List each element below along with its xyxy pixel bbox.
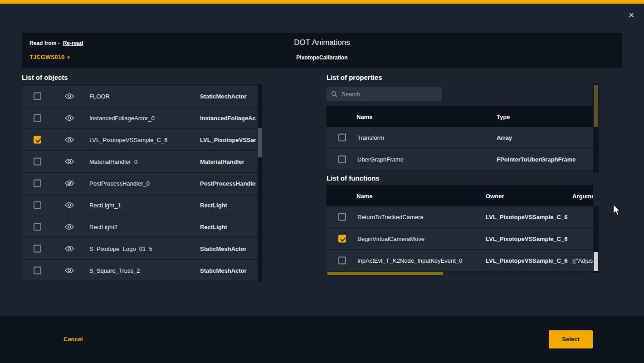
- function-owner-cell: LVL_PixotopeVSSample_C_6: [486, 214, 567, 221]
- properties-panel-title: List of properties: [327, 74, 382, 81]
- row-checkbox[interactable]: [34, 93, 41, 100]
- dialog-footer: Cancel Select: [0, 316, 644, 363]
- row-checkbox[interactable]: [34, 114, 41, 122]
- property-row[interactable]: UberGraphFrame FPointerToUberGraphFrame: [327, 149, 593, 171]
- property-row[interactable]: Transform Array: [327, 127, 593, 149]
- object-row[interactable]: PostProcessHandler_0 PostProcessHandler: [22, 173, 258, 195]
- function-name-cell: ReturnToTrackedCamera: [357, 214, 423, 221]
- functions-horizontal-scrollbar[interactable]: [327, 272, 590, 275]
- object-row[interactable]: S_Pixotope_Logo_01_5 StaticMeshActor: [22, 238, 258, 260]
- dialog-title: DOT Animations: [22, 38, 622, 47]
- properties-table-header: Name Type: [327, 106, 593, 127]
- eye-visible-icon[interactable]: [65, 93, 74, 100]
- object-name-cell: PostProcessHandler_0: [89, 180, 150, 187]
- object-type-cell: LVL_PixotopeVSSample_C: [200, 137, 256, 143]
- function-name-cell: InpActEvt_T_K2Node_InputKeyEvent_0: [357, 257, 462, 264]
- row-checkbox[interactable]: [338, 156, 346, 163]
- row-checkbox[interactable]: [338, 257, 346, 265]
- functions-scrollbar-thumb[interactable]: [594, 252, 598, 271]
- eye-visible-icon[interactable]: [65, 158, 74, 165]
- object-row[interactable]: RectLight2 RectLight: [22, 216, 258, 238]
- search-input[interactable]: [342, 91, 437, 98]
- function-row[interactable]: BeginVirtualCameraMove LVL_PixotopeVSSam…: [327, 228, 593, 250]
- row-checkbox[interactable]: [34, 180, 41, 187]
- object-type-cell: InstancedFoliageActor: [200, 115, 256, 122]
- object-type-cell: PostProcessHandler: [200, 180, 256, 187]
- column-header-owner: Owner: [486, 192, 504, 199]
- row-checkbox[interactable]: [34, 223, 41, 231]
- function-row[interactable]: ReturnToTrackedCamera LVL_PixotopeVSSamp…: [327, 206, 593, 228]
- eye-hidden-icon[interactable]: [65, 180, 74, 187]
- object-name-cell: InstancedFoliageActor_0: [89, 115, 155, 122]
- functions-table: Name Owner Arguments ReturnToTrackedCame…: [327, 185, 593, 272]
- functions-scrollbar[interactable]: [593, 206, 599, 273]
- function-owner-cell: LVL_PixotopeVSSample_C_6: [486, 257, 567, 264]
- object-row[interactable]: MaterialHandler_0 MaterialHandler: [22, 151, 258, 173]
- object-row[interactable]: LVL_PixotopeVSSample_C_6 LVL_PixotopeVSS…: [22, 129, 258, 151]
- properties-scrollbar[interactable]: [593, 83, 599, 172]
- dialog-subtitle: PixotopeCalibration: [22, 54, 622, 61]
- row-checkbox[interactable]: [338, 213, 346, 221]
- row-checkbox[interactable]: [34, 136, 41, 144]
- function-name-cell: BeginVirtualCameraMove: [357, 235, 424, 242]
- object-name-cell: RectLight2: [89, 224, 117, 231]
- functions-table-header: Name Owner Arguments: [327, 185, 593, 206]
- column-header-type: Type: [497, 113, 510, 120]
- column-header-arguments: Arguments: [572, 192, 593, 199]
- function-arguments-cell: [{"Adjus: [572, 257, 593, 264]
- object-name-cell: LVL_PixotopeVSSample_C_6: [89, 137, 168, 143]
- property-name-cell: Transform: [357, 134, 384, 141]
- row-checkbox[interactable]: [34, 245, 41, 253]
- object-type-cell: StaticMeshActor: [200, 267, 256, 274]
- functions-panel-title: List of functions: [327, 174, 380, 182]
- eye-visible-icon[interactable]: [65, 245, 74, 252]
- mouse-cursor: [613, 204, 621, 218]
- object-row[interactable]: InstancedFoliageActor_0 InstancedFoliage…: [22, 108, 258, 129]
- eye-visible-icon[interactable]: [65, 224, 74, 231]
- eye-visible-icon[interactable]: [65, 137, 74, 143]
- objects-scrollbar[interactable]: [258, 84, 262, 282]
- object-row[interactable]: RectLight_1 RectLight: [22, 195, 258, 216]
- close-icon[interactable]: ×: [626, 10, 637, 20]
- eye-visible-icon[interactable]: [65, 267, 74, 274]
- objects-table: FLOOR StaticMeshActor InstancedFoliageAc…: [22, 84, 262, 282]
- eye-visible-icon[interactable]: [65, 115, 74, 122]
- objects-panel-title: List of objects: [22, 74, 68, 81]
- properties-table-body: Transform Array UberGraphFrame FPointerT…: [327, 127, 593, 171]
- dot-animations-dialog: × Read from -Re-read TJCGWS010▾ DOT Anim…: [0, 0, 644, 363]
- object-row[interactable]: S_Square_Truss_2 StaticMeshActor: [22, 260, 258, 282]
- search-icon: [331, 91, 338, 98]
- select-button[interactable]: Select: [549, 330, 593, 348]
- object-type-cell: StaticMeshActor: [200, 93, 256, 100]
- column-header-name: Name: [356, 113, 372, 120]
- properties-table: Name Type Transform Array UberGraphFrame…: [327, 106, 593, 171]
- object-name-cell: S_Pixotope_Logo_01_5: [89, 245, 152, 252]
- row-checkbox[interactable]: [338, 134, 346, 142]
- row-checkbox[interactable]: [338, 235, 346, 243]
- property-type-cell: FPointerToUberGraphFrame: [497, 156, 576, 163]
- functions-table-body: ReturnToTrackedCamera LVL_PixotopeVSSamp…: [327, 206, 593, 272]
- dialog-header: Read from -Re-read TJCGWS010▾ DOT Animat…: [22, 33, 622, 68]
- search-box[interactable]: [327, 87, 442, 101]
- column-header-name: Name: [356, 192, 372, 199]
- object-name-cell: FLOOR: [89, 93, 110, 100]
- object-type-cell: RectLight: [200, 202, 256, 209]
- object-type-cell: RectLight: [200, 224, 256, 231]
- functions-horizontal-scrollbar-thumb[interactable]: [327, 272, 443, 275]
- property-name-cell: UberGraphFrame: [357, 156, 404, 163]
- objects-table-body: FLOOR StaticMeshActor InstancedFoliageAc…: [22, 86, 262, 282]
- objects-scrollbar-thumb[interactable]: [258, 128, 262, 157]
- row-checkbox[interactable]: [34, 158, 41, 166]
- object-row[interactable]: FLOOR StaticMeshActor: [22, 86, 258, 108]
- properties-scrollbar-thumb[interactable]: [594, 85, 598, 127]
- function-owner-cell: LVL_PixotopeVSSample_C_6: [486, 235, 567, 242]
- row-checkbox[interactable]: [34, 201, 41, 209]
- function-row[interactable]: InpActEvt_T_K2Node_InputKeyEvent_0 LVL_P…: [327, 250, 593, 272]
- cancel-button[interactable]: Cancel: [63, 336, 83, 343]
- object-name-cell: MaterialHandler_0: [89, 158, 137, 165]
- object-name-cell: RectLight_1: [89, 202, 121, 209]
- accent-topbar: [0, 0, 644, 4]
- object-name-cell: S_Square_Truss_2: [89, 267, 140, 274]
- row-checkbox[interactable]: [34, 267, 41, 275]
- eye-visible-icon[interactable]: [65, 202, 74, 209]
